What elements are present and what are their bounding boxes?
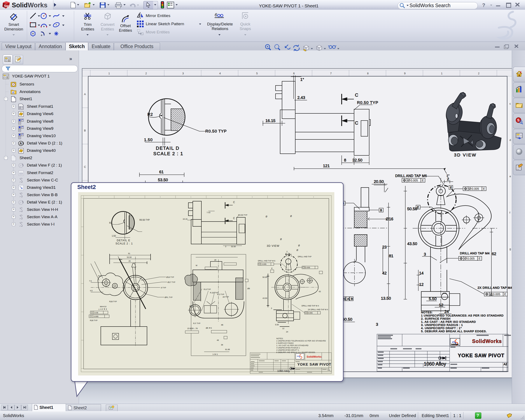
svg-text:SCALE 2 : 1: SCALE 2 : 1	[153, 151, 183, 156]
svg-text:14: 14	[419, 271, 424, 275]
svg-text:C: C	[233, 217, 235, 220]
svg-text:SolidWorks: SolidWorks	[472, 338, 502, 344]
svg-text:M: M	[196, 264, 197, 267]
svg-text:50.50: 50.50	[407, 207, 417, 211]
svg-text:E: E	[271, 267, 272, 270]
svg-text:0.005: 0.005	[308, 312, 313, 314]
svg-text:121: 121	[323, 164, 330, 168]
svg-text:4B: 4B	[221, 324, 223, 326]
svg-text:R.F TYP: R.F TYP	[193, 322, 200, 325]
svg-text:Ø16: Ø16	[386, 217, 393, 221]
svg-text:48: 48	[217, 339, 219, 341]
svg-text:1-34 1: 1-34 1	[213, 353, 218, 355]
svg-text:R28 TYP: R28 TYP	[90, 319, 97, 321]
svg-text:R0.50 TYP: R0.50 TYP	[205, 129, 227, 133]
svg-text:8 TYP: 8 TYP	[161, 287, 166, 289]
svg-text:S: S	[4, 4, 6, 8]
svg-text:16.15: 16.15	[265, 118, 275, 123]
svg-text:23 Ø28 ↓.78: 23 Ø28 ↓.78	[187, 327, 198, 329]
svg-text:0.05: 0.05	[94, 312, 98, 314]
svg-text:2. SURFACE FINISH: 2. SURFACE FINISH	[421, 317, 450, 320]
svg-text:62: 62	[492, 252, 496, 256]
svg-text:2: 2	[478, 72, 479, 75]
svg-text:0.005: 0.005	[411, 179, 418, 182]
svg-text:1: 1	[441, 72, 442, 75]
svg-text:3. UNSPECIFIED RADIUS: 3. UNSPECIFIED RADIUS : 1	[421, 323, 463, 327]
svg-text:DETAIL D: DETAIL D	[156, 146, 179, 151]
svg-text:0.005: 0.005	[493, 292, 500, 296]
svg-text:Ø: Ø	[266, 215, 267, 218]
svg-text:DRILL AND TAP M6: DRILL AND TAP M6	[395, 174, 427, 178]
svg-text:S: S	[517, 118, 520, 122]
svg-text:1 UNSPECIFIED TOLERANCES AS: 1 UNSPECIFIED TOLERANCES AS PER ISO STAN…	[276, 340, 326, 342]
svg-text:d: d	[509, 138, 511, 141]
svg-text:SolidWorks: SolidWorks	[451, 344, 459, 345]
svg-text:4. UNSPECIEFD DRAFT: 4. UNSPECIEFD DRAFT : 1°	[421, 327, 462, 330]
svg-text:0.005: 0.005	[262, 263, 266, 265]
svg-text:1: 1	[108, 72, 110, 75]
svg-text:S: S	[343, 297, 345, 300]
svg-text:A2: A2	[504, 363, 507, 366]
svg-text:16.15: 16.15	[183, 218, 188, 220]
svg-text:E: E	[504, 292, 506, 296]
svg-text:1060 Alloy: 1060 Alloy	[424, 361, 446, 367]
svg-text:8: 8	[344, 158, 346, 162]
svg-text:3: 3	[376, 322, 378, 327]
svg-text:0.005: 0.005	[94, 315, 98, 317]
svg-text:A2: A2	[328, 369, 330, 371]
svg-text:B: B	[84, 129, 86, 132]
svg-text:0.005: 0.005	[472, 187, 479, 190]
svg-text:5: 5	[256, 72, 258, 75]
svg-text:DRILL AND TAP M 4: DRILL AND TAP M 4	[301, 305, 319, 307]
svg-text:4.5: 4.5	[90, 289, 93, 292]
svg-text:A: A	[19, 142, 22, 145]
svg-text:4: 4	[219, 72, 221, 75]
svg-text:DETAIL E: DETAIL E	[117, 239, 130, 242]
svg-text:23: 23	[382, 245, 387, 249]
svg-text:12: 12	[439, 303, 443, 307]
svg-text:25: 25	[129, 260, 131, 262]
svg-text:E: E	[483, 187, 485, 190]
svg-text:DRILL AND TAP: DRILL AND TAP	[298, 256, 311, 258]
svg-text:g: g	[509, 247, 511, 251]
svg-text:1.50: 1.50	[112, 235, 116, 237]
svg-text:W: W	[6, 4, 10, 8]
svg-text:2: 2	[447, 177, 449, 181]
svg-text:81: 81	[389, 254, 393, 258]
svg-text:5.50: 5.50	[429, 297, 437, 301]
svg-text:50.50: 50.50	[262, 276, 267, 278]
svg-text:YOKE SAW PIVOT: YOKE SAW PIVOT	[297, 363, 331, 366]
svg-text:61: 61	[159, 170, 164, 174]
svg-text:3: 3	[424, 252, 426, 256]
svg-text:2: 2	[286, 251, 288, 253]
svg-text:7.5: 7.5	[89, 280, 92, 282]
svg-text:20.50: 20.50	[374, 179, 384, 184]
svg-text:91.88: 91.88	[225, 348, 230, 351]
svg-text:5.50: 5.50	[275, 324, 279, 326]
svg-text:0.005: 0.005	[467, 257, 475, 260]
svg-text:28 TYP: 28 TYP	[223, 296, 229, 298]
svg-text:f: f	[509, 211, 510, 214]
svg-text:53.50: 53.50	[127, 256, 132, 258]
svg-text:Ø: Ø	[280, 238, 282, 241]
svg-text:32.50: 32.50	[352, 158, 363, 162]
svg-text:42: 42	[382, 271, 387, 275]
svg-text:Ø: Ø	[290, 215, 292, 217]
svg-text:A: A	[84, 93, 86, 96]
svg-text:60.50: 60.50	[342, 317, 352, 321]
svg-text:Ø18 TYP: Ø18 TYP	[166, 276, 174, 278]
svg-text:YOKE SAW PIVOT: YOKE SAW PIVOT	[458, 353, 504, 358]
svg-text:C: C	[233, 201, 235, 204]
svg-text:c: c	[509, 102, 511, 105]
svg-text:E: E	[422, 179, 424, 182]
svg-text:C: C	[84, 165, 86, 168]
svg-text:R.8: R.8	[98, 275, 101, 277]
svg-text:△ 4.3 ▼ 8: △ 4.3 ▼ 8	[98, 308, 107, 310]
svg-text:43.50: 43.50	[407, 242, 417, 246]
svg-text:NOTES:: NOTES:	[276, 337, 283, 340]
svg-text:R0.50 TYP: R0.50 TYP	[357, 100, 378, 105]
svg-text:38: 38	[221, 344, 223, 346]
svg-text:Øp: Øp	[189, 305, 192, 307]
svg-text:M4×0.8: M4×0.8	[100, 306, 106, 308]
svg-text:2: 2	[145, 72, 147, 75]
